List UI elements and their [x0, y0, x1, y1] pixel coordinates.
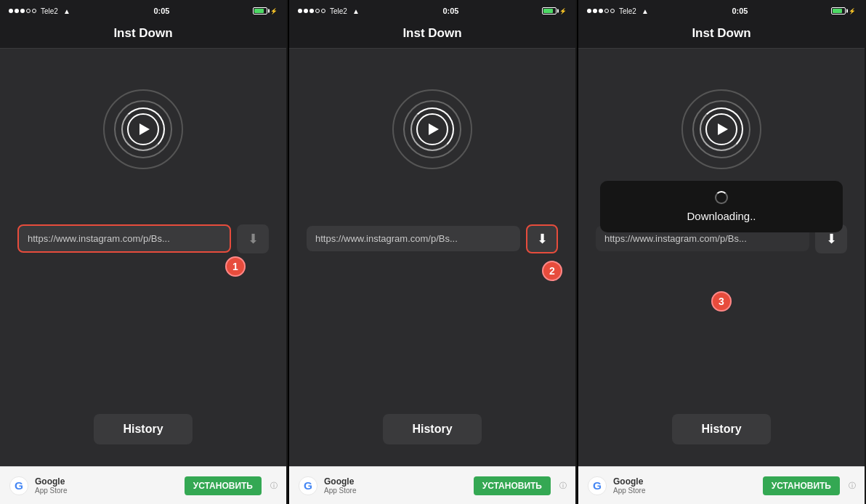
wifi-icon-1: ▲	[63, 7, 70, 15]
status-bar-3: Tele2 ▲ 0:05 ⚡	[578, 0, 865, 20]
ad-title-2: Google	[324, 476, 468, 487]
url-input-2[interactable]	[307, 226, 520, 251]
status-left-2: Tele2 ▲	[298, 7, 360, 15]
signal-dot	[587, 9, 591, 13]
nav-bar-1: Inst Down	[0, 20, 286, 49]
battery-fill-2	[543, 9, 553, 13]
wifi-icon-3: ▲	[642, 7, 649, 15]
svg-text:G: G	[304, 479, 312, 491]
logo-area-2	[392, 63, 472, 195]
nav-bar-2: Inst Down	[289, 20, 575, 49]
signal-dot-empty	[32, 9, 36, 13]
play-triangle-3	[718, 123, 728, 135]
signal-dot	[15, 9, 19, 13]
signal-dot-empty	[321, 9, 325, 13]
battery-1	[253, 7, 267, 15]
battery-fill-1	[254, 9, 264, 13]
nav-bar-3: Inst Down	[578, 20, 865, 49]
signal-dot	[298, 9, 302, 13]
install-button-3[interactable]: УСТАНОВИТЬ	[763, 476, 840, 495]
input-area-1: ⬇	[15, 224, 272, 253]
play-icon-wrapper-2	[416, 113, 448, 145]
logo-area-1	[103, 63, 183, 195]
svg-text:G: G	[593, 479, 602, 491]
logo-circle-outer-1	[103, 89, 183, 169]
step-badge-3: 3	[711, 291, 732, 312]
logo-circle-outer-2	[392, 89, 472, 169]
install-button-1[interactable]: УСТАНОВИТЬ	[185, 476, 262, 495]
battery-3	[831, 7, 846, 15]
carrier-text-3: Tele2	[619, 7, 636, 15]
download-icon-placeholder-1: ⬇	[248, 231, 259, 247]
url-input-1[interactable]	[17, 224, 231, 253]
history-button-2[interactable]: History	[383, 414, 481, 444]
spinner-icon	[715, 191, 728, 204]
screen-2: Tele2 ▲ 0:05 ⚡ Inst Down	[289, 0, 577, 504]
url-row-2: ⬇ 2	[304, 224, 561, 268]
ad-subtitle-3: App Store	[613, 487, 757, 495]
signal-dot-empty	[26, 9, 31, 13]
ad-info-3: ⓘ	[849, 481, 856, 491]
download-arrow-icon-3: ⬇	[826, 231, 837, 247]
time-2: 0:05	[442, 7, 458, 15]
battery-fill-3	[833, 9, 842, 13]
status-right-3: ⚡	[831, 7, 856, 15]
signal-dot	[9, 9, 13, 13]
ad-text-2: Google App Store	[324, 476, 468, 495]
main-content-3: Downloading.. ⬇ 3 History	[578, 49, 865, 466]
google-logo-1: G	[9, 476, 29, 496]
carrier-text-2: Tele2	[330, 7, 347, 15]
step-badge-2: 2	[542, 261, 562, 281]
ad-title-1: Google	[35, 476, 179, 487]
status-right-2: ⚡	[542, 7, 567, 15]
signal-dot	[599, 9, 603, 13]
play-triangle-2	[429, 123, 439, 135]
ad-subtitle-1: App Store	[35, 487, 179, 495]
google-logo-2: G	[298, 476, 318, 496]
history-button-1[interactable]: History	[94, 414, 192, 444]
ad-info-2: ⓘ	[559, 481, 567, 491]
ad-info-1: ⓘ	[270, 481, 278, 491]
logo-circle-outer-3	[681, 89, 761, 169]
logo-circle-inner-2	[403, 100, 461, 158]
history-button-3[interactable]: History	[672, 414, 770, 444]
logo-circle-inner-3	[692, 100, 750, 158]
download-arrow-icon-2: ⬇	[537, 231, 548, 247]
status-bar-1: Tele2 ▲ 0:05 ⚡	[0, 0, 286, 20]
ad-subtitle-2: App Store	[324, 487, 468, 495]
ad-title-3: Google	[613, 476, 757, 487]
input-area-2: ⬇	[304, 224, 561, 253]
signal-dot	[309, 9, 314, 13]
battery-2	[542, 7, 557, 15]
signal-dots-3	[587, 9, 615, 13]
download-placeholder-1: ⬇	[237, 224, 269, 253]
time-1: 0:05	[153, 7, 169, 15]
signal-dot	[304, 9, 308, 13]
signal-dots-1	[9, 9, 36, 13]
play-icon-wrapper-3	[705, 113, 737, 145]
step-badge-1: 1	[225, 256, 246, 277]
charging-icon-3: ⚡	[849, 8, 856, 15]
logo-area-3	[681, 63, 761, 195]
signal-dot-empty	[604, 9, 609, 13]
url-row-3: Downloading.. ⬇ 3	[593, 224, 850, 268]
ad-text-1: Google App Store	[35, 476, 179, 495]
signal-dots-2	[298, 9, 325, 13]
signal-dot-empty	[315, 9, 320, 13]
install-button-2[interactable]: УСТАНОВИТЬ	[474, 476, 551, 495]
downloading-text: Downloading..	[687, 210, 756, 222]
signal-dot-empty	[610, 9, 615, 13]
nav-title-2: Inst Down	[402, 26, 461, 40]
logo-circle-inner-1	[114, 100, 172, 158]
download-btn-2[interactable]: ⬇	[526, 224, 558, 253]
carrier-text-1: Tele2	[41, 7, 58, 15]
time-3: 0:05	[732, 7, 748, 15]
play-triangle-1	[139, 123, 150, 135]
ad-text-3: Google App Store	[613, 476, 757, 495]
charging-icon-1: ⚡	[270, 8, 278, 15]
screen-1: Tele2 ▲ 0:05 ⚡ Inst Down	[0, 0, 288, 504]
play-icon-wrapper-1	[127, 113, 159, 145]
ad-banner-2: G Google App Store УСТАНОВИТЬ ⓘ	[289, 466, 575, 504]
downloading-tooltip: Downloading..	[600, 181, 843, 232]
status-left-1: Tele2 ▲	[9, 7, 70, 15]
